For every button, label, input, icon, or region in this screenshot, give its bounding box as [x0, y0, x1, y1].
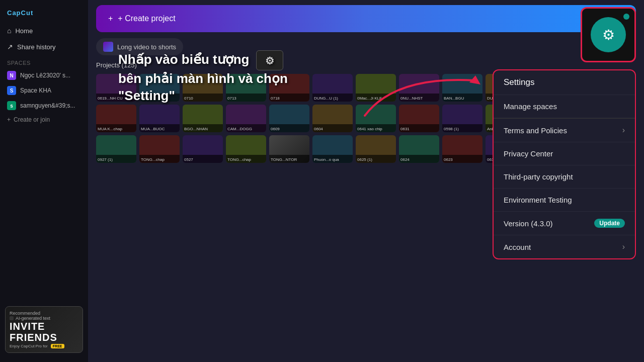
app-logo: CapCut: [0, 5, 88, 23]
settings-dropdown-menu: Settings Manage spaces Terms and Policie…: [493, 69, 636, 259]
thumb-label: 0Mac...Ji KLE: [357, 96, 382, 101]
thumb-label: DUNG...U (1): [314, 96, 338, 101]
create-project-label: + Create project: [118, 14, 175, 23]
sidebar-item-home[interactable]: ⌂ Home: [0, 23, 88, 39]
thumbnail-item[interactable]: DUNG...U (1): [312, 74, 353, 102]
settings-menu-item-version[interactable]: Version (4.3.0) Update: [494, 212, 635, 235]
long-video-button[interactable]: Long video to shorts: [96, 38, 183, 55]
thumb-label: 0631: [400, 127, 410, 131]
thumbnail-item[interactable]: CAM...DOGG: [226, 105, 266, 132]
settings-gear-icon: ⚙: [602, 27, 615, 43]
long-video-icon: [103, 42, 113, 52]
invite-recommended-label: Recommended: [10, 311, 78, 316]
settings-menu-item-manage-spaces[interactable]: Manage spaces: [494, 95, 635, 118]
settings-menu-item-settings[interactable]: Settings: [494, 70, 635, 95]
terms-label: Terms and Policies: [504, 126, 567, 135]
thumbnail-item[interactable]: 0718: [269, 74, 309, 102]
settings-menu-item-privacy[interactable]: Privacy Center: [494, 142, 635, 165]
thumb-label: BAN...BGU: [444, 96, 464, 101]
projects-header: Projects (125): [96, 61, 636, 69]
thumb-label: 0609: [271, 127, 280, 131]
thumb-label: 0710: [184, 96, 193, 101]
plus-icon: +: [108, 14, 113, 23]
thumbnail-item[interactable]: 0619...NH CU: [96, 74, 136, 102]
sidebar-item-share-history[interactable]: ↗ Share history: [0, 39, 88, 55]
sidebar-space-sam[interactable]: s samnguyen&#39;s...: [0, 98, 88, 113]
thumbnail-item[interactable]: BAN...BGU: [442, 74, 482, 102]
thumbnail-item[interactable]: 0713: [226, 74, 266, 102]
thumbnail-item[interactable]: 0722: [139, 74, 180, 102]
create-project-button[interactable]: + + Create project: [96, 5, 636, 32]
space-name: Space KHA: [20, 87, 51, 94]
thumbnail-item[interactable]: 0609: [269, 105, 309, 132]
thumbnail-item[interactable]: 0623: [442, 135, 482, 163]
settings-menu-item-account[interactable]: Account ›: [494, 235, 635, 258]
thumbnail-item[interactable]: 0Mac...Ji KLE: [356, 74, 396, 102]
thumb-label: 0718: [271, 96, 280, 101]
thumbnail-item[interactable]: 0604: [312, 105, 353, 132]
thumbnail-item[interactable]: MUA...BUOC: [139, 105, 180, 132]
thumb-label: 0722: [141, 96, 150, 101]
thumb-label: 0641 xao chip: [357, 127, 382, 131]
thumbnail-item[interactable]: 0NU...NHST: [399, 74, 439, 102]
thumb-label: 0527: [184, 157, 193, 162]
thumb-label: CAM...DOGG: [227, 127, 252, 131]
create-or-join-button[interactable]: + Create or join: [0, 113, 88, 126]
ai-dot-icon: [10, 316, 14, 320]
online-dot: [623, 14, 629, 20]
thumb-label: Phuon...o qua: [314, 157, 339, 162]
thumbnail-item[interactable]: 0710: [183, 74, 223, 102]
sidebar-bottom: Recommended AI-generated text INVITE FRI…: [0, 302, 88, 357]
thumbnail-item[interactable]: TONG...NTOR: [269, 135, 309, 163]
update-badge[interactable]: Update: [594, 219, 625, 228]
sidebar-space-kha[interactable]: S Space KHA: [0, 83, 88, 98]
user-avatar-button[interactable]: ⚙: [581, 7, 636, 62]
sidebar-space-ngoc[interactable]: N Ngọc Lê23020' s...: [0, 68, 88, 83]
space-avatar: s: [7, 101, 16, 110]
account-label: Account: [504, 243, 531, 251]
thumb-label: TONG...NTOR: [271, 157, 297, 162]
chevron-right-icon: ›: [622, 242, 625, 251]
thumbnail-item[interactable]: 0625 (1): [356, 135, 396, 163]
content-area: + + Create project Long video to shorts …: [88, 0, 644, 362]
thumb-label: BGO...NHAN: [184, 127, 208, 131]
settings-label: Settings: [504, 77, 534, 87]
thumbnail-item[interactable]: Phuon...o qua: [312, 135, 353, 163]
avatar-inner: ⚙: [591, 17, 626, 52]
thumbnail-item[interactable]: 0631: [399, 105, 439, 132]
thumb-label: 0623: [444, 157, 453, 162]
thumb-label: TONG...chap: [227, 157, 251, 162]
invite-free-badge: FREE: [51, 344, 64, 348]
space-avatar: N: [7, 71, 16, 80]
space-name: Ngọc Lê23020' s...: [20, 72, 70, 79]
thumbnail-item[interactable]: 0527: [183, 135, 223, 163]
thumb-label: TONG...chap: [141, 157, 165, 162]
settings-menu-item-env-testing[interactable]: Environment Testing: [494, 189, 635, 212]
privacy-label: Privacy Center: [504, 149, 553, 158]
sidebar-item-label: Share history: [17, 43, 56, 51]
invite-ai-label: AI-generated text: [10, 316, 78, 321]
thumbnail-item[interactable]: 0598 (1): [442, 105, 482, 132]
thumb-label: 0927 (1): [98, 157, 113, 162]
settings-menu-item-third-party[interactable]: Third-party copyright: [494, 165, 635, 189]
thumb-label: MUA K...chap: [98, 127, 122, 131]
spaces-section-label: Spaces: [0, 55, 88, 68]
settings-menu-item-terms[interactable]: Terms and Policies ›: [494, 119, 635, 142]
invite-friends-banner[interactable]: Recommended AI-generated text INVITE FRI…: [5, 306, 83, 353]
thumbnail-item[interactable]: BGO...NHAN: [183, 105, 223, 132]
thumbnail-item[interactable]: 0624: [399, 135, 439, 163]
sidebar: CapCut ⌂ Home ↗ Share history Spaces N N…: [0, 0, 88, 362]
manage-spaces-label: Manage spaces: [504, 102, 557, 111]
thumbnail-item[interactable]: MUA K...chap: [96, 105, 136, 132]
thumbnail-item[interactable]: TONG...chap: [226, 135, 266, 163]
sidebar-item-label: Home: [15, 27, 33, 35]
thumb-label: MUA...BUOC: [141, 127, 165, 131]
thumb-label: 0625 (1): [357, 157, 372, 162]
thumbnail-item[interactable]: 0641 xao chip: [356, 105, 396, 132]
thumbnail-item[interactable]: 0927 (1): [96, 135, 136, 163]
env-testing-label: Environment Testing: [504, 196, 572, 204]
third-party-label: Third-party copyright: [504, 172, 573, 181]
invite-sub-label: Enjoy CapCut Pro for FREE: [10, 344, 78, 348]
thumb-label: 0604: [314, 127, 323, 131]
thumbnail-item[interactable]: TONG...chap: [139, 135, 180, 163]
